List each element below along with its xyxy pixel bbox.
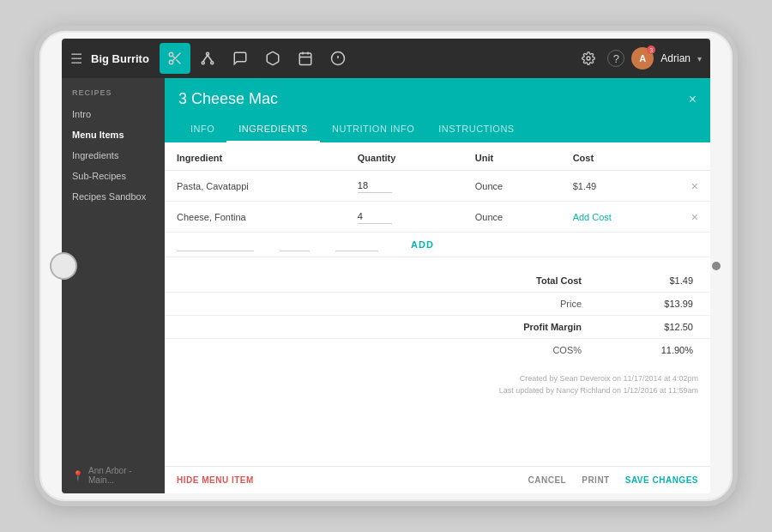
nav-info-icon[interactable] [323,43,353,74]
meta-info: Created by Sean Deveroix on 11/17/2014 a… [165,365,710,405]
cos-label: COS% [552,345,582,355]
add-ingredient-button[interactable]: ADD [411,239,434,250]
profit-margin-value: $12.50 [650,322,693,332]
gear-icon[interactable] [576,46,600,70]
cost-cell-2: Add Cost [561,202,679,233]
total-cost-value: $1.49 [650,275,693,286]
summary-section: Total Cost $1.49 Price $13.99 Profit Mar… [165,266,710,365]
table-row: Pasta, Cavatappi Ounce $1.49 × [165,171,710,202]
summary-row-price: Price $13.99 [165,293,710,316]
svg-rect-10 [299,53,311,65]
print-button[interactable]: PRINT [582,475,610,485]
content-area: 3 Cheese Mac × INFO INGREDIENTS NUTRITIO… [165,78,710,493]
dialog-tabs: INFO INGREDIENTS NUTRITION INFO INSTRUCT… [178,117,697,142]
avatar-badge: 3 [647,45,655,54]
col-actions [679,142,710,171]
svg-line-8 [203,55,208,62]
quantity-cell-1 [346,171,463,202]
dialog-title-row: 3 Cheese Mac × [178,90,697,108]
sidebar: RECIPES Intro Menu Items Ingredients Sub… [62,78,165,493]
username-chevron[interactable]: ▾ [697,54,702,63]
unit-cell-2: Ounce [463,202,561,233]
location-icon: 📍 [72,470,84,481]
help-icon[interactable]: ? [607,50,624,67]
hamburger-icon[interactable]: ☰ [62,51,91,67]
screen: ☰ Big Burrito [62,39,710,493]
add-cost-link[interactable]: Add Cost [573,212,612,222]
avatar-wrapper: A 3 [631,47,654,70]
content-body: Ingredient Quantity Unit Cost Pasta, Cav… [165,142,710,466]
nav-right: ? A 3 Adrian ▾ [576,46,710,70]
col-unit: Unit [463,142,561,171]
close-icon[interactable]: × [689,92,697,107]
tablet-frame: ☰ Big Burrito [34,26,738,506]
quantity-input-1[interactable] [358,178,392,193]
main-body: RECIPES Intro Menu Items Ingredients Sub… [62,78,710,493]
top-nav: ☰ Big Burrito [62,39,710,78]
nav-icons [160,43,576,74]
unit-cell-1: Ounce [463,171,561,202]
col-quantity: Quantity [346,142,463,171]
sidebar-item-intro[interactable]: Intro [62,104,165,124]
tab-info[interactable]: INFO [178,117,226,142]
quantity-cell-2 [346,202,463,233]
tab-instructions[interactable]: INSTRUCTIONS [426,117,527,142]
summary-row-margin: Profit Margin $12.50 [165,316,710,339]
username-label: Adrian [660,52,691,64]
sidebar-item-menuitems[interactable]: Menu Items [62,124,165,145]
summary-row-cos: COS% 11.90% [165,339,710,361]
save-changes-button[interactable]: SAVE CHANGES [625,475,698,485]
profit-margin-label: Profit Margin [523,322,582,332]
location-label: Ann Arbor - Main... [88,466,154,485]
sidebar-section-label: RECIPES [62,88,165,104]
col-ingredient: Ingredient [165,142,346,171]
col-cost: Cost [561,142,679,171]
remove-cell-1: × [679,171,710,202]
svg-point-5 [206,52,208,55]
svg-point-6 [202,62,204,64]
tab-nutrition[interactable]: NUTRITION INFO [320,117,426,142]
cos-value: 11.90% [650,345,693,355]
remove-row-1-icon[interactable]: × [691,179,698,193]
summary-row-total: Total Cost $1.49 [165,269,710,293]
nav-scissors-icon[interactable] [160,43,190,74]
ingredient-name-1: Pasta, Cavatappi [165,171,346,202]
svg-line-3 [177,60,180,63]
dialog-header: 3 Cheese Mac × INFO INGREDIENTS NUTRITIO… [165,78,710,142]
sidebar-item-sandbox[interactable]: Recipes Sandbox [62,186,165,207]
footer-right: CANCEL PRINT SAVE CHANGES [528,475,698,485]
hide-menu-item-button[interactable]: HIDE MENU ITEM [177,475,254,485]
ingredient-name-2: Cheese, Fontina [165,202,346,233]
total-cost-label: Total Cost [536,275,582,286]
ingredients-table: Ingredient Quantity Unit Cost Pasta, Cav… [165,142,710,257]
add-ingredient-row: ADD [165,233,710,257]
table-row: Cheese, Fontina Ounce Add Cost × [165,202,710,233]
svg-line-9 [208,55,212,62]
created-meta: Created by Sean Deveroix on 11/17/2014 a… [177,373,698,385]
nav-calendar-icon[interactable] [290,43,321,74]
tab-ingredients[interactable]: INGREDIENTS [226,117,320,142]
cost-cell-1: $1.49 [561,171,679,202]
content-footer: HIDE MENU ITEM CANCEL PRINT SAVE CHANGES [165,466,710,493]
remove-cell-2: × [679,202,710,233]
sidebar-item-subrecipes[interactable]: Sub-Recipes [62,166,165,186]
updated-meta: Last updated by Nancy Richland on 1/12/2… [177,385,698,397]
svg-point-7 [211,62,214,64]
price-label: Price [560,299,582,309]
sidebar-footer: 📍 Ann Arbor - Main... [62,457,165,493]
svg-point-17 [587,57,590,60]
sidebar-item-ingredients[interactable]: Ingredients [62,145,165,166]
nav-box-icon[interactable] [257,43,288,74]
svg-line-4 [172,56,175,58]
remove-row-2-icon[interactable]: × [691,210,698,224]
nav-network-icon[interactable] [192,43,223,74]
dialog-title: 3 Cheese Mac [178,90,278,108]
app-brand: Big Burrito [91,52,149,65]
quantity-input-2[interactable] [358,209,392,224]
nav-chat-icon[interactable] [225,43,256,74]
cancel-button[interactable]: CANCEL [528,475,567,485]
price-value: $13.99 [650,299,693,309]
